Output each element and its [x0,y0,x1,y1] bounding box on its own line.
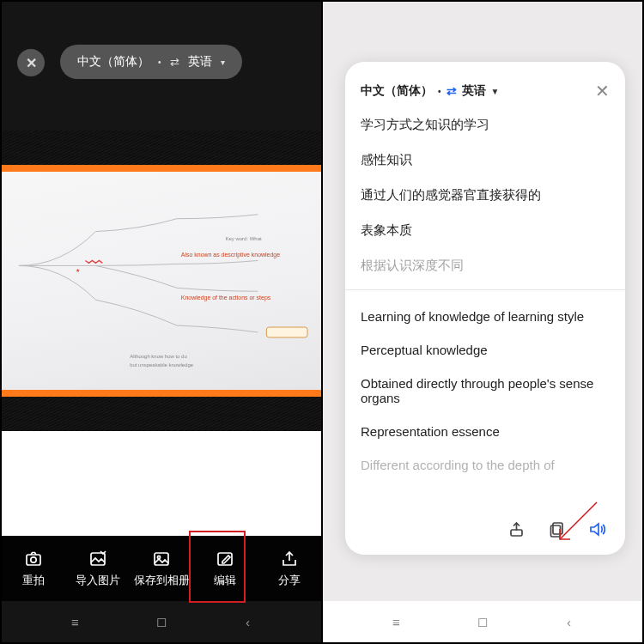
gallery-icon [152,550,171,568]
red-highlight-annotation [189,531,246,603]
share-button[interactable]: 分享 [258,536,321,601]
svg-text:Also known as descriptive know: Also known as descriptive knowledge [181,252,280,258]
mind-map-illustration: Also known as descriptive knowledge Know… [2,172,321,397]
source-line[interactable]: 表象本质 [361,222,610,239]
swap-languages-icon[interactable]: ⇄ [447,84,457,98]
card-target-language: 英语 [462,83,486,99]
source-line[interactable]: 通过人们的感觉器官直接获得的 [361,187,610,204]
translated-line-clipped: Different according to the depth of [361,458,610,472]
retake-button[interactable]: 重拍 [2,536,65,601]
svg-rect-5 [266,327,307,337]
sysnav-back-button[interactable]: ‹ [235,615,261,629]
system-nav-bar: ≡ ◻ ‹ [2,601,321,642]
svg-text:but unspeakable knowledge: but unspeakable knowledge [130,362,193,368]
language-switch-pill[interactable]: 中文（简体） • ⇄ 英语 ▾ [60,45,242,79]
read-aloud-button[interactable] [588,520,606,542]
speaker-icon [588,520,606,538]
swap-languages-icon[interactable]: ⇄ [170,56,179,69]
svg-text:Key word: What: Key word: What [226,236,262,241]
sysnav-home-button[interactable]: ◻ [470,614,495,629]
target-language: 英语 [188,54,212,70]
sysnav-home-button[interactable]: ◻ [149,614,174,629]
sysnav-menu-button[interactable]: ≡ [63,615,88,629]
svg-point-8 [31,556,36,562]
close-button[interactable]: ✕ [17,49,45,76]
card-language-switch[interactable]: 中文（简体） • ⇄ 英语 ▼ [361,83,499,99]
export-button[interactable] [507,520,526,542]
chevron-down-icon: ▼ [491,87,500,96]
retake-label: 重拍 [22,574,45,588]
card-header: 中文（简体） • ⇄ 英语 ▼ ✕ [345,62,625,117]
translation-card: 中文（简体） • ⇄ 英语 ▼ ✕ 学习方式之知识的学习 感性知识 通过人们的感… [345,62,625,555]
copy-button[interactable] [548,520,566,542]
card-close-button[interactable]: ✕ [595,81,610,101]
source-text-list: 学习方式之知识的学习 感性知识 通过人们的感觉器官直接获得的 表象本质 根据认识… [345,117,625,284]
svg-rect-7 [27,555,40,565]
card-action-row [345,507,625,555]
share-label: 分享 [278,574,301,588]
camera-translate-pane: ✕ 中文（简体） • ⇄ 英语 ▾ Learning of knowledge … [2,2,323,642]
system-nav-bar: ≡ ◻ ‹ [323,601,642,642]
svg-text:★: ★ [76,268,80,273]
translated-text-list: Learning of knowledge of learning style … [345,290,625,507]
source-line[interactable]: 学习方式之知识的学习 [361,117,610,133]
source-line[interactable]: 感性知识 [361,152,610,168]
card-source-language: 中文（简体） [361,83,433,99]
translated-line[interactable]: Learning of knowledge of learning style [361,309,610,324]
sysnav-menu-button[interactable]: ≡ [384,615,410,629]
share-icon [507,520,526,538]
dot-icon: • [158,58,161,67]
chevron-down-icon: ▾ [221,58,225,67]
translated-line[interactable]: Perceptual knowledge [361,343,610,357]
captured-photo: Learning of knowledge of learning [2,131,321,431]
save-label: 保存到相册 [134,574,190,588]
share-icon [280,550,299,568]
camera-top-bar: ✕ 中文（简体） • ⇄ 英语 ▾ [2,2,321,105]
camera-action-bar: 重拍 导入图片 保存到相册 编辑 分享 [2,536,321,601]
source-line-clipped: 根据认识深度不同 [361,258,610,274]
svg-rect-10 [155,553,168,565]
svg-text:Although know how to do: Although know how to do [130,354,187,359]
svg-rect-9 [91,553,105,565]
save-to-album-button[interactable]: 保存到相册 [130,536,193,601]
camera-icon [24,550,43,568]
translated-line[interactable]: Obtained directly through people's sense… [361,376,610,405]
translation-result-pane: 中文（简体） • ⇄ 英语 ▼ ✕ 学习方式之知识的学习 感性知识 通过人们的感… [323,2,642,642]
dot-icon: • [438,87,441,96]
sysnav-back-button[interactable]: ‹ [556,615,582,629]
svg-text:Knowledge of the actions or st: Knowledge of the actions or steps [181,295,271,301]
translated-line[interactable]: Representation essence [361,424,610,439]
svg-rect-13 [511,530,522,536]
copy-icon [548,520,566,538]
photo-bottom-gap [2,431,321,536]
import-image-icon [88,550,107,568]
import-label: 导入图片 [76,574,120,588]
scanned-document: Also known as descriptive knowledge Know… [2,165,321,397]
import-image-button[interactable]: 导入图片 [65,536,129,601]
source-language: 中文（简体） [77,54,149,70]
